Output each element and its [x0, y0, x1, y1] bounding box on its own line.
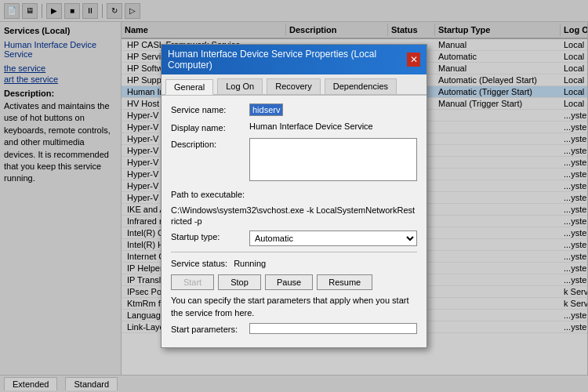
properties-dialog: Human Interface Device Service Propertie…	[161, 44, 427, 348]
start-params-label: Start parameters:	[171, 323, 249, 334]
startup-type-select[interactable]: AutomaticAutomatic (Delayed Start)Manual…	[249, 230, 417, 246]
path-value: C:\Windows\system32\svchost.exe -k Local…	[171, 205, 415, 226]
modal-titlebar: Human Interface Device Service Propertie…	[162, 45, 426, 74]
start-button[interactable]: Start	[171, 274, 214, 290]
service-status-row: Service status: Running	[171, 259, 417, 268]
service-name-label: Service name:	[171, 103, 249, 114]
divider	[171, 252, 417, 252]
description-textarea[interactable]	[249, 138, 417, 181]
tab-general[interactable]: General	[165, 79, 213, 95]
display-name-value: Human Interface Device Service	[249, 122, 373, 131]
start-params-row: Start parameters:	[171, 323, 417, 334]
modal-note: You can specify the start parameters tha…	[171, 295, 417, 319]
service-status-value: Running	[234, 259, 266, 268]
startup-type-label: Startup type:	[171, 230, 249, 241]
path-row: Path to executable:	[171, 188, 417, 199]
service-name-row: Service name: hidserv	[171, 103, 417, 116]
display-name-row: Display name: Human Interface Device Ser…	[171, 122, 417, 132]
description-row: Description:	[171, 138, 417, 183]
modal-content: Service name: hidserv Display name: Huma…	[162, 96, 426, 347]
tab-logon[interactable]: Log On	[217, 78, 263, 94]
service-status-label: Service status:	[171, 259, 227, 268]
display-name-label: Display name:	[171, 122, 249, 132]
modal-overlay: Human Interface Device Service Propertie…	[0, 0, 588, 392]
service-name-value[interactable]: hidserv	[249, 103, 283, 116]
resume-button[interactable]: Resume	[317, 274, 372, 290]
tab-recovery[interactable]: Recovery	[267, 78, 320, 94]
modal-tabs: General Log On Recovery Dependencies	[162, 74, 426, 96]
start-params-input[interactable]	[249, 323, 417, 334]
description-label: Description:	[171, 138, 249, 149]
tab-dependencies[interactable]: Dependencies	[325, 78, 397, 94]
modal-title: Human Interface Device Service Propertie…	[168, 49, 407, 71]
startup-type-row: Startup type: AutomaticAutomatic (Delaye…	[171, 230, 417, 246]
service-control-buttons: Start Stop Pause Resume	[171, 274, 417, 290]
modal-close-button[interactable]: ✕	[407, 53, 420, 67]
stop-button[interactable]: Stop	[218, 274, 261, 290]
pause-button[interactable]: Pause	[265, 274, 313, 290]
path-label: Path to executable:	[171, 188, 249, 199]
